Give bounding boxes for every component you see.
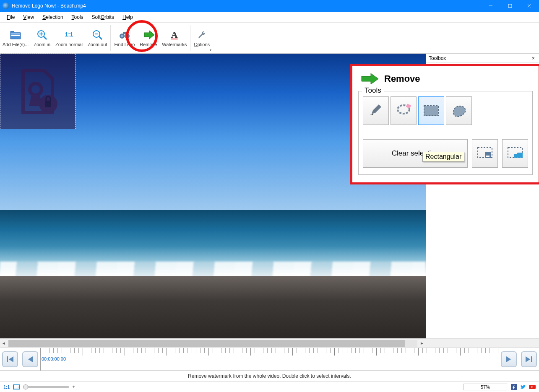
hint-bar: Remove watermark from the whole video. D…: [0, 370, 539, 382]
watermark-selection[interactable]: [0, 54, 76, 129]
add-files-button[interactable]: Add File(s)...: [0, 23, 31, 53]
svg-rect-23: [424, 106, 438, 116]
find-logo-button[interactable]: Find Logo: [112, 23, 137, 53]
hint-text: Remove watermark from the whole video. D…: [188, 373, 351, 379]
timeline-time: 00:00:00 00: [42, 356, 66, 361]
add-files-label: Add File(s)...: [3, 42, 29, 47]
zoom-in-icon: [36, 29, 48, 41]
lasso-tool[interactable]: [391, 96, 417, 125]
app-icon: [3, 3, 9, 9]
pencil-icon: [369, 104, 383, 118]
toolbar: Add File(s)... Zoom in 1:1 Zoom normal Z…: [0, 23, 539, 54]
selection-open-icon: [507, 146, 523, 161]
svg-rect-22: [406, 104, 411, 109]
open-selection-button[interactable]: [502, 139, 528, 168]
zoom-in-label: Zoom in: [34, 42, 50, 47]
rectangular-tool[interactable]: [418, 96, 444, 125]
svg-rect-20: [45, 101, 51, 107]
svg-rect-26: [486, 156, 490, 157]
svg-rect-1: [508, 4, 512, 8]
menu-tools[interactable]: ToolsTools: [68, 13, 88, 21]
svg-rect-29: [531, 356, 532, 362]
zoom-normal-icon: 1:1: [63, 29, 75, 41]
toolbox-title: Remove: [384, 73, 420, 84]
timeline: 00:00:00 00: [0, 348, 539, 370]
main-area: Toolbox × Remove Tools Rectangular Clear…: [0, 54, 539, 338]
watermarks-icon: A: [169, 29, 180, 41]
zoom-out-label: Zoom out: [88, 42, 107, 47]
youtube-icon[interactable]: [529, 384, 536, 390]
zoom-out-button[interactable]: Zoom out: [85, 23, 109, 53]
zoom-normal-button[interactable]: 1:1 Zoom normal: [53, 23, 85, 53]
rectangle-marquee-icon: [423, 104, 440, 117]
menu-help[interactable]: HelpHelp: [118, 13, 137, 21]
freeform-tool[interactable]: [446, 96, 472, 125]
menu-softorbits[interactable]: SoftOrbitsSoftOrbits: [88, 13, 118, 21]
frame-end-button[interactable]: [521, 351, 537, 367]
remove-arrow-icon: [360, 73, 379, 85]
horizontal-scrollbar[interactable]: ◄ ►: [0, 338, 539, 348]
svg-point-18: [30, 83, 42, 95]
frame-start-button[interactable]: [2, 351, 18, 367]
frame-next-button[interactable]: [501, 351, 517, 367]
svg-line-11: [99, 36, 102, 39]
zoom-in-button[interactable]: Zoom in: [31, 23, 53, 53]
toolbox-overlay: Remove Tools Rectangular Clear selection: [350, 64, 539, 184]
menu-bar: FFileile ViewView SelectionSelection Too…: [0, 12, 539, 23]
svg-rect-5: [11, 35, 20, 36]
options-button[interactable]: OptionsOptions ▾: [191, 23, 212, 53]
remove-button[interactable]: Remove: [137, 23, 159, 53]
title-bar: Remove Logo Now! - Beach.mp4: [0, 0, 539, 12]
tools-fieldset: Tools Rectangular Clear selection: [358, 91, 533, 175]
watermarks-button[interactable]: A Watermarks: [159, 23, 189, 53]
binoculars-icon: [119, 29, 130, 41]
svg-rect-4: [11, 34, 20, 34]
zoom-ratio[interactable]: 1:1: [3, 384, 10, 389]
svg-line-7: [44, 36, 47, 39]
scroll-right[interactable]: ►: [418, 340, 426, 347]
file-lock-icon: [13, 66, 63, 117]
close-button[interactable]: [520, 0, 539, 12]
zoom-out-icon: [91, 29, 103, 41]
find-logo-label: Find Logo: [114, 42, 135, 47]
toolbox-panel-title: Toolbox: [429, 55, 446, 61]
zoom-slider[interactable]: −+: [23, 386, 69, 388]
tools-legend: Tools: [362, 86, 384, 95]
window-title: Remove Logo Now! - Beach.mp4: [12, 3, 481, 9]
svg-point-17: [126, 35, 128, 37]
frame-prev-button[interactable]: [22, 351, 38, 367]
timeline-ruler[interactable]: 00:00:00 00: [40, 348, 499, 371]
menu-selection[interactable]: SelectionSelection: [38, 13, 67, 21]
rectangular-tooltip: Rectangular: [422, 152, 464, 162]
watermarks-label: Watermarks: [162, 42, 187, 47]
zoom-normal-label: Zoom normal: [55, 42, 83, 47]
svg-rect-28: [7, 356, 8, 362]
toolbox-panel-close[interactable]: ×: [530, 55, 536, 61]
lasso-icon: [396, 104, 411, 118]
save-selection-button[interactable]: [472, 139, 498, 168]
menu-view[interactable]: ViewView: [19, 13, 38, 21]
menu-file[interactable]: FFileile: [3, 13, 19, 21]
add-files-icon: [10, 29, 21, 41]
selection-save-icon: [477, 146, 493, 161]
maximize-button[interactable]: [500, 0, 520, 12]
svg-rect-15: [123, 32, 126, 34]
options-label: Options: [194, 42, 210, 47]
twitter-icon[interactable]: [520, 384, 526, 390]
status-bar: 1:1 −+ 57%: [0, 382, 539, 392]
freeform-icon: [450, 104, 467, 118]
scroll-left[interactable]: ◄: [0, 340, 8, 347]
remove-arrow-icon: [143, 29, 154, 41]
toolbox-panel: Toolbox × Remove Tools Rectangular Clear…: [426, 54, 539, 338]
remove-label: Remove: [140, 42, 157, 47]
wrench-icon: [196, 29, 208, 41]
svg-point-16: [121, 35, 123, 37]
minimize-button[interactable]: [481, 0, 500, 12]
pencil-tool[interactable]: [363, 96, 389, 125]
progress-percent: 57%: [463, 384, 507, 390]
facebook-icon[interactable]: [510, 384, 517, 390]
